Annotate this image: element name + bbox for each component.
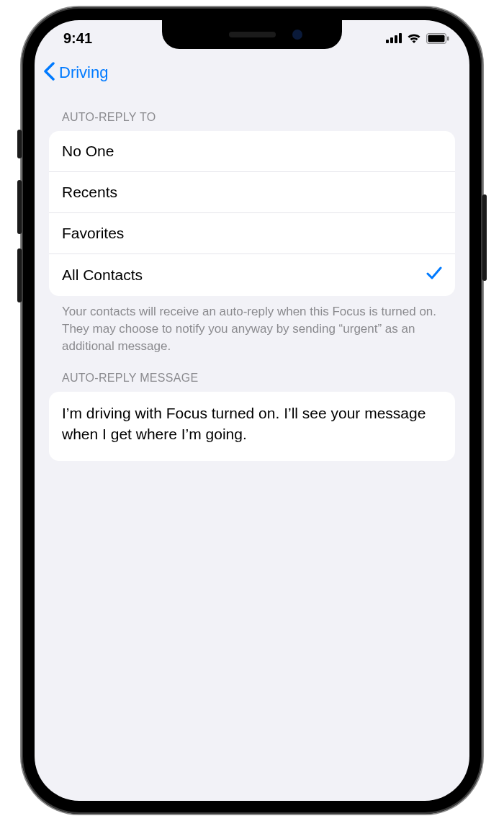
side-button [482, 194, 487, 281]
option-label: Recents [62, 184, 117, 201]
svg-rect-6 [447, 36, 449, 40]
volume-up-button [17, 180, 22, 234]
option-label: All Contacts [62, 266, 143, 284]
cellular-signal-icon [386, 33, 402, 43]
notch [162, 20, 342, 49]
status-time: 9:41 [63, 30, 92, 47]
section-header-auto-reply-to: AUTO-REPLY TO [49, 94, 455, 131]
svg-rect-5 [428, 35, 445, 42]
phone-frame: 9:41 [22, 7, 482, 814]
speaker-grille [229, 32, 276, 37]
back-label[interactable]: Driving [59, 63, 108, 82]
svg-rect-1 [390, 37, 393, 43]
wifi-icon [406, 32, 422, 44]
auto-reply-to-list: No One Recents Favorites All Contacts [49, 131, 455, 296]
option-all-contacts[interactable]: All Contacts [49, 254, 455, 296]
option-label: No One [62, 143, 114, 160]
auto-reply-message-text: I’m driving with Focus turned on. I’ll s… [62, 405, 426, 442]
mute-switch [17, 130, 22, 158]
volume-down-button [17, 248, 22, 302]
section-header-auto-reply-message: AUTO-REPLY MESSAGE [49, 354, 455, 392]
option-no-one[interactable]: No One [49, 131, 455, 172]
svg-rect-2 [395, 35, 397, 43]
checkmark-icon [426, 266, 442, 284]
screen: 9:41 [35, 20, 469, 801]
option-favorites[interactable]: Favorites [49, 213, 455, 254]
status-indicators [386, 32, 449, 44]
option-label: Favorites [62, 225, 124, 242]
back-button[interactable] [43, 62, 56, 84]
chevron-left-icon [43, 62, 56, 81]
battery-icon [426, 33, 449, 44]
svg-rect-3 [399, 33, 402, 43]
front-camera [292, 30, 302, 40]
option-recents[interactable]: Recents [49, 172, 455, 213]
content-area: AUTO-REPLY TO No One Recents Favorites A… [35, 94, 469, 461]
nav-bar: Driving [35, 56, 469, 94]
auto-reply-message-field[interactable]: I’m driving with Focus turned on. I’ll s… [49, 392, 455, 461]
svg-rect-0 [386, 40, 389, 43]
section-footer-auto-reply-to: Your contacts will receive an auto-reply… [49, 296, 455, 354]
